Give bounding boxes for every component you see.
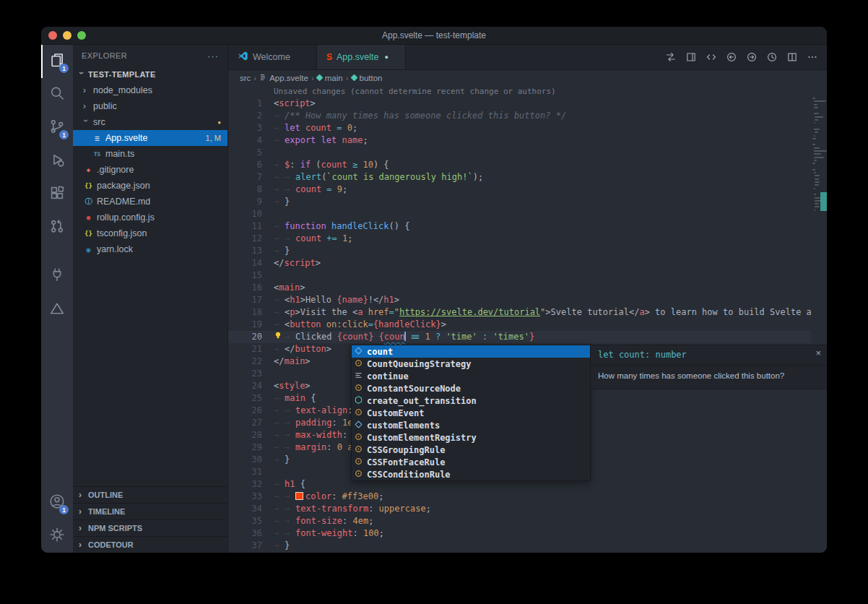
suggestion-create-out-transition[interactable]: create_out_transition bbox=[352, 394, 590, 407]
tab-app-svelte[interactable]: SApp.svelte● bbox=[317, 45, 406, 69]
line-number[interactable]: 8 bbox=[228, 184, 262, 196]
line-number[interactable]: 37 bbox=[228, 540, 262, 552]
activity-item-accounts[interactable]: 1 bbox=[41, 486, 73, 519]
code-line[interactable]: 10 bbox=[228, 208, 827, 220]
close-window-button[interactable] bbox=[48, 31, 57, 40]
code-line[interactable]: 34→→text-transform: uppercase; bbox=[228, 503, 827, 515]
line-number[interactable]: 36 bbox=[228, 527, 262, 540]
line-number[interactable]: 10 bbox=[228, 208, 262, 220]
lightbulb-icon[interactable] bbox=[274, 331, 285, 343]
tree-item-package-json[interactable]: {}package.json bbox=[73, 178, 227, 194]
sidebar-section-timeline[interactable]: ›TIMELINE bbox=[73, 503, 227, 519]
tree-item-main-ts[interactable]: TSmain.ts bbox=[73, 146, 227, 162]
tree-item-rollup-config-js[interactable]: ●rollup.config.js bbox=[73, 210, 227, 225]
breadcrumb-item-app-svelte[interactable]: App.svelte bbox=[259, 74, 308, 82]
tab-welcome[interactable]: Welcome bbox=[228, 45, 317, 69]
minimize-window-button[interactable] bbox=[63, 31, 71, 40]
line-number[interactable]: 33 bbox=[228, 491, 262, 503]
line-number[interactable]: 11 bbox=[228, 220, 262, 233]
code-line[interactable]: 17→<h1>Hello {name}!</h1> bbox=[228, 294, 827, 306]
open-preview-icon[interactable] bbox=[683, 50, 698, 65]
breadcrumb-item-src[interactable]: src bbox=[240, 74, 251, 82]
code-line[interactable]: 8→→count = 9; bbox=[228, 184, 827, 196]
code-line[interactable]: 33→→color: #ff3e00; bbox=[228, 491, 827, 503]
code-line[interactable]: 5 bbox=[228, 147, 827, 159]
code-line[interactable]: 1<script> bbox=[228, 98, 827, 110]
code-line[interactable]: 4→export let name; bbox=[228, 134, 827, 147]
activity-item-remote-explorer[interactable] bbox=[41, 260, 73, 293]
code-line[interactable]: 7→→alert(`count is dangerously high!`); bbox=[228, 171, 827, 184]
code-line[interactable]: 13→} bbox=[228, 245, 827, 257]
code-line[interactable]: 18→<p>Visit the <a href="https://svelte.… bbox=[228, 306, 827, 319]
project-root-header[interactable]: › TEST-TEMPLATE bbox=[73, 66, 227, 82]
sidebar-section-outline[interactable]: ›OUTLINE bbox=[73, 486, 227, 503]
line-number[interactable]: 1 bbox=[228, 98, 262, 110]
code-line[interactable]: 19→<button on:click={handleClick}> bbox=[228, 319, 827, 331]
tree-item-tsconfig-json[interactable]: {}tsconfig.json bbox=[73, 225, 227, 241]
zoom-window-button[interactable] bbox=[77, 31, 86, 40]
line-number[interactable]: 19 bbox=[228, 319, 262, 331]
suggestion-countqueuingstrategy[interactable]: CountQueuingStrategy bbox=[352, 358, 590, 370]
tree-item-gitignore[interactable]: ◆.gitignore bbox=[73, 162, 227, 178]
suggestion-count[interactable]: count bbox=[352, 345, 590, 358]
line-number[interactable]: 14 bbox=[228, 257, 262, 269]
code-line[interactable]: 15 bbox=[228, 269, 827, 282]
line-number[interactable]: 21 bbox=[228, 343, 262, 355]
next-change-icon[interactable] bbox=[744, 50, 759, 65]
activity-item-github-pull-requests[interactable] bbox=[41, 211, 73, 244]
line-number[interactable]: 23 bbox=[228, 368, 262, 380]
line-number[interactable]: 29 bbox=[228, 441, 262, 454]
code-line[interactable]: 12→→count += 1; bbox=[228, 233, 827, 245]
line-number[interactable]: 27 bbox=[228, 417, 262, 429]
suggestion-constantsourcenode[interactable]: ConstantSourceNode bbox=[352, 382, 590, 394]
open-changes-with-icon[interactable] bbox=[703, 50, 719, 65]
activity-item-extensions[interactable] bbox=[41, 178, 73, 211]
modified-dot-icon[interactable]: ● bbox=[384, 53, 388, 61]
minimap[interactable] bbox=[811, 85, 827, 553]
code-line[interactable]: 16<main> bbox=[228, 282, 827, 294]
suggestion-cssfontfacerule[interactable]: CSSFontFaceRule bbox=[352, 456, 590, 468]
tree-item-readme-md[interactable]: ⓘREADME.md bbox=[73, 194, 227, 210]
split-editor-icon[interactable] bbox=[784, 50, 799, 65]
line-number[interactable]: 30 bbox=[228, 454, 262, 466]
line-number[interactable]: 16 bbox=[228, 282, 262, 294]
blame-annotation[interactable]: Unsaved changes (cannot determine recent… bbox=[274, 85, 827, 98]
tree-item-public[interactable]: ›public bbox=[73, 98, 227, 114]
line-number[interactable]: 18 bbox=[228, 306, 262, 319]
line-number[interactable]: 2 bbox=[228, 110, 262, 122]
line-number[interactable]: 25 bbox=[228, 392, 262, 405]
breadcrumb-item-main[interactable]: main bbox=[317, 74, 343, 82]
file-history-icon[interactable] bbox=[764, 50, 779, 65]
previous-change-icon[interactable] bbox=[724, 50, 739, 65]
code-line[interactable]: 35→→font-size: 4em; bbox=[228, 515, 827, 527]
sidebar-section-codetour[interactable]: ›CODETOUR bbox=[73, 536, 227, 553]
line-number[interactable]: 20 bbox=[228, 331, 262, 343]
suggestion-customevent[interactable]: CustomEvent bbox=[352, 407, 590, 419]
close-icon[interactable]: × bbox=[815, 348, 821, 358]
tree-item-yarn-lock[interactable]: ◉yarn.lock bbox=[73, 241, 227, 257]
breadcrumb-item-button[interactable]: button bbox=[352, 74, 383, 82]
suggestion-cssconditionrule[interactable]: CSSConditionRule bbox=[352, 468, 590, 480]
activity-item-explorer[interactable]: 1 bbox=[41, 45, 73, 78]
line-number[interactable]: 4 bbox=[228, 134, 262, 147]
more-actions-icon[interactable]: ··· bbox=[207, 51, 219, 61]
suggestion-cssgroupingrule[interactable]: CSSGroupingRule bbox=[352, 444, 590, 456]
tree-item-src[interactable]: ›src● bbox=[73, 114, 227, 130]
sidebar-section-npm-scripts[interactable]: ›NPM SCRIPTS bbox=[73, 519, 227, 536]
suggestion-customelements[interactable]: customElements bbox=[352, 419, 590, 431]
activity-item-source-control[interactable]: 1 bbox=[41, 111, 73, 144]
line-number[interactable]: 24 bbox=[228, 380, 262, 392]
code-line[interactable]: 37→} bbox=[228, 540, 827, 552]
code-line[interactable]: 14</script> bbox=[228, 257, 827, 269]
code-editor[interactable]: Unsaved changes (cannot determine recent… bbox=[228, 85, 827, 553]
line-number[interactable]: 32 bbox=[228, 478, 262, 491]
line-number[interactable]: 5 bbox=[228, 147, 262, 159]
code-line[interactable]: 11→function handleClick() { bbox=[228, 220, 827, 233]
activity-item-run-debug[interactable] bbox=[41, 144, 73, 178]
code-line[interactable]: 36→→font-weight: 100; bbox=[228, 527, 827, 540]
line-number[interactable]: 26 bbox=[228, 405, 262, 417]
activity-item-extension-triangle[interactable] bbox=[41, 293, 73, 327]
more-actions-icon[interactable] bbox=[804, 50, 820, 65]
line-number[interactable]: 6 bbox=[228, 159, 262, 171]
line-number[interactable]: 22 bbox=[228, 355, 262, 368]
